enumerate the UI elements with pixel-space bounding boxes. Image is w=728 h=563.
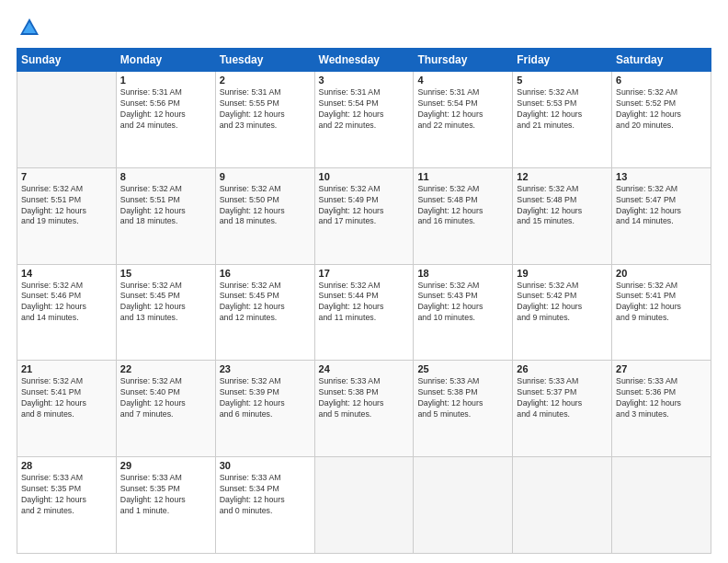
day-number: 6 bbox=[616, 75, 707, 86]
day-info: Sunrise: 5:32 AM Sunset: 5:50 PM Dayligh… bbox=[220, 184, 311, 228]
day-cell: 15Sunrise: 5:32 AM Sunset: 5:45 PM Dayli… bbox=[116, 264, 215, 361]
day-info: Sunrise: 5:33 AM Sunset: 5:35 PM Dayligh… bbox=[21, 473, 112, 517]
weekday-header-saturday: Saturday bbox=[612, 49, 711, 72]
day-number: 21 bbox=[21, 363, 112, 374]
day-cell bbox=[513, 457, 612, 554]
day-info: Sunrise: 5:32 AM Sunset: 5:45 PM Dayligh… bbox=[120, 281, 211, 325]
week-row-3: 14Sunrise: 5:32 AM Sunset: 5:46 PM Dayli… bbox=[17, 264, 711, 361]
day-number: 15 bbox=[120, 268, 211, 279]
day-info: Sunrise: 5:32 AM Sunset: 5:49 PM Dayligh… bbox=[319, 184, 410, 228]
day-number: 7 bbox=[21, 171, 112, 182]
day-cell: 5Sunrise: 5:32 AM Sunset: 5:53 PM Daylig… bbox=[513, 72, 612, 168]
logo-icon bbox=[17, 15, 42, 40]
day-info: Sunrise: 5:32 AM Sunset: 5:52 PM Dayligh… bbox=[616, 87, 707, 132]
day-cell: 13Sunrise: 5:32 AM Sunset: 5:47 PM Dayli… bbox=[612, 167, 711, 264]
day-number: 5 bbox=[517, 75, 608, 86]
page: SundayMondayTuesdayWednesdayThursdayFrid… bbox=[0, 0, 728, 563]
day-number: 11 bbox=[417, 171, 508, 182]
day-cell: 14Sunrise: 5:32 AM Sunset: 5:46 PM Dayli… bbox=[17, 264, 117, 361]
day-cell: 8Sunrise: 5:32 AM Sunset: 5:51 PM Daylig… bbox=[116, 167, 215, 264]
day-info: Sunrise: 5:32 AM Sunset: 5:39 PM Dayligh… bbox=[220, 376, 311, 420]
day-number: 22 bbox=[120, 363, 211, 374]
day-info: Sunrise: 5:33 AM Sunset: 5:38 PM Dayligh… bbox=[319, 376, 410, 420]
day-info: Sunrise: 5:32 AM Sunset: 5:51 PM Dayligh… bbox=[21, 184, 112, 228]
day-cell: 29Sunrise: 5:33 AM Sunset: 5:35 PM Dayli… bbox=[116, 457, 215, 554]
day-cell: 7Sunrise: 5:32 AM Sunset: 5:51 PM Daylig… bbox=[17, 167, 117, 264]
day-number: 27 bbox=[616, 363, 707, 374]
day-number: 1 bbox=[120, 75, 211, 86]
day-number: 18 bbox=[417, 268, 508, 279]
day-cell: 2Sunrise: 5:31 AM Sunset: 5:55 PM Daylig… bbox=[215, 72, 314, 168]
weekday-header-thursday: Thursday bbox=[414, 49, 513, 72]
day-number: 10 bbox=[319, 171, 410, 182]
day-info: Sunrise: 5:31 AM Sunset: 5:55 PM Dayligh… bbox=[220, 87, 311, 132]
calendar-body: 1Sunrise: 5:31 AM Sunset: 5:56 PM Daylig… bbox=[17, 72, 711, 554]
day-cell: 1Sunrise: 5:31 AM Sunset: 5:56 PM Daylig… bbox=[116, 72, 215, 168]
header bbox=[17, 15, 711, 40]
day-cell: 20Sunrise: 5:32 AM Sunset: 5:41 PM Dayli… bbox=[612, 264, 711, 361]
day-number: 28 bbox=[21, 460, 112, 471]
calendar-header: SundayMondayTuesdayWednesdayThursdayFrid… bbox=[17, 49, 711, 72]
day-info: Sunrise: 5:33 AM Sunset: 5:38 PM Dayligh… bbox=[417, 376, 508, 420]
day-cell: 21Sunrise: 5:32 AM Sunset: 5:41 PM Dayli… bbox=[17, 361, 117, 457]
day-number: 14 bbox=[21, 268, 112, 279]
day-number: 12 bbox=[517, 171, 608, 182]
day-info: Sunrise: 5:32 AM Sunset: 5:42 PM Dayligh… bbox=[517, 281, 608, 325]
day-cell: 27Sunrise: 5:33 AM Sunset: 5:36 PM Dayli… bbox=[612, 361, 711, 457]
day-number: 29 bbox=[120, 460, 211, 471]
day-number: 9 bbox=[220, 171, 311, 182]
day-info: Sunrise: 5:32 AM Sunset: 5:51 PM Dayligh… bbox=[120, 184, 211, 228]
day-info: Sunrise: 5:32 AM Sunset: 5:41 PM Dayligh… bbox=[21, 376, 112, 420]
day-cell bbox=[414, 457, 513, 554]
weekday-header-wednesday: Wednesday bbox=[314, 49, 414, 72]
weekday-header-tuesday: Tuesday bbox=[215, 49, 314, 72]
day-info: Sunrise: 5:32 AM Sunset: 5:43 PM Dayligh… bbox=[417, 281, 508, 325]
day-info: Sunrise: 5:33 AM Sunset: 5:36 PM Dayligh… bbox=[616, 376, 707, 420]
weekday-header-sunday: Sunday bbox=[17, 49, 117, 72]
day-cell: 12Sunrise: 5:32 AM Sunset: 5:48 PM Dayli… bbox=[513, 167, 612, 264]
day-number: 2 bbox=[220, 75, 311, 86]
day-info: Sunrise: 5:32 AM Sunset: 5:47 PM Dayligh… bbox=[616, 184, 707, 228]
day-number: 8 bbox=[120, 171, 211, 182]
day-number: 13 bbox=[616, 171, 707, 182]
day-info: Sunrise: 5:32 AM Sunset: 5:53 PM Dayligh… bbox=[517, 87, 608, 132]
day-info: Sunrise: 5:32 AM Sunset: 5:48 PM Dayligh… bbox=[517, 184, 608, 228]
day-cell: 22Sunrise: 5:32 AM Sunset: 5:40 PM Dayli… bbox=[116, 361, 215, 457]
calendar-table: SundayMondayTuesdayWednesdayThursdayFrid… bbox=[17, 48, 711, 554]
day-cell bbox=[314, 457, 414, 554]
day-cell: 3Sunrise: 5:31 AM Sunset: 5:54 PM Daylig… bbox=[314, 72, 414, 168]
week-row-5: 28Sunrise: 5:33 AM Sunset: 5:35 PM Dayli… bbox=[17, 457, 711, 554]
day-info: Sunrise: 5:33 AM Sunset: 5:37 PM Dayligh… bbox=[517, 376, 608, 420]
logo bbox=[17, 15, 46, 40]
day-cell: 6Sunrise: 5:32 AM Sunset: 5:52 PM Daylig… bbox=[612, 72, 711, 168]
day-info: Sunrise: 5:31 AM Sunset: 5:54 PM Dayligh… bbox=[417, 87, 508, 132]
day-info: Sunrise: 5:32 AM Sunset: 5:48 PM Dayligh… bbox=[417, 184, 508, 228]
day-cell bbox=[17, 72, 117, 168]
day-number: 4 bbox=[417, 75, 508, 86]
day-cell: 23Sunrise: 5:32 AM Sunset: 5:39 PM Dayli… bbox=[215, 361, 314, 457]
day-number: 19 bbox=[517, 268, 608, 279]
day-cell: 25Sunrise: 5:33 AM Sunset: 5:38 PM Dayli… bbox=[414, 361, 513, 457]
day-cell: 16Sunrise: 5:32 AM Sunset: 5:45 PM Dayli… bbox=[215, 264, 314, 361]
day-cell: 11Sunrise: 5:32 AM Sunset: 5:48 PM Dayli… bbox=[414, 167, 513, 264]
day-cell: 26Sunrise: 5:33 AM Sunset: 5:37 PM Dayli… bbox=[513, 361, 612, 457]
day-info: Sunrise: 5:33 AM Sunset: 5:35 PM Dayligh… bbox=[120, 473, 211, 517]
day-number: 25 bbox=[417, 363, 508, 374]
day-cell: 9Sunrise: 5:32 AM Sunset: 5:50 PM Daylig… bbox=[215, 167, 314, 264]
day-number: 23 bbox=[220, 363, 311, 374]
day-number: 3 bbox=[319, 75, 410, 86]
day-info: Sunrise: 5:32 AM Sunset: 5:40 PM Dayligh… bbox=[120, 376, 211, 420]
day-cell: 4Sunrise: 5:31 AM Sunset: 5:54 PM Daylig… bbox=[414, 72, 513, 168]
day-cell: 24Sunrise: 5:33 AM Sunset: 5:38 PM Dayli… bbox=[314, 361, 414, 457]
day-info: Sunrise: 5:32 AM Sunset: 5:41 PM Dayligh… bbox=[616, 281, 707, 325]
day-info: Sunrise: 5:33 AM Sunset: 5:34 PM Dayligh… bbox=[220, 473, 311, 517]
day-number: 17 bbox=[319, 268, 410, 279]
week-row-4: 21Sunrise: 5:32 AM Sunset: 5:41 PM Dayli… bbox=[17, 361, 711, 457]
day-info: Sunrise: 5:32 AM Sunset: 5:44 PM Dayligh… bbox=[319, 281, 410, 325]
day-cell: 18Sunrise: 5:32 AM Sunset: 5:43 PM Dayli… bbox=[414, 264, 513, 361]
day-info: Sunrise: 5:31 AM Sunset: 5:54 PM Dayligh… bbox=[319, 87, 410, 132]
day-cell: 17Sunrise: 5:32 AM Sunset: 5:44 PM Dayli… bbox=[314, 264, 414, 361]
day-cell: 30Sunrise: 5:33 AM Sunset: 5:34 PM Dayli… bbox=[215, 457, 314, 554]
day-number: 16 bbox=[220, 268, 311, 279]
day-number: 30 bbox=[220, 460, 311, 471]
